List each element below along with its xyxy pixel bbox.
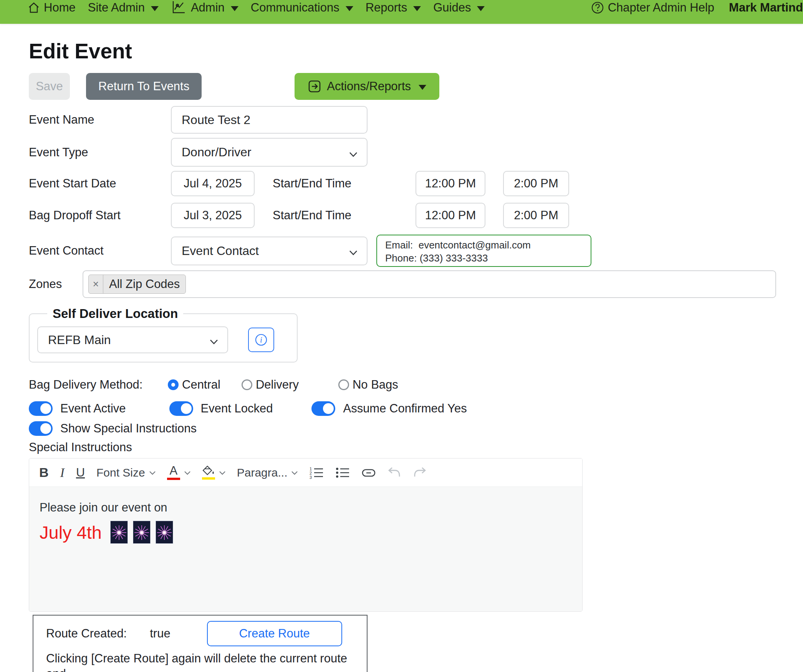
italic-button[interactable]: I [60, 465, 65, 480]
nav-admin[interactable]: Admin [171, 0, 238, 16]
event-name-input[interactable]: Route Test 2 [171, 106, 368, 134]
paragraph-format-label: Paragra... [237, 466, 288, 479]
nav-user-menu[interactable]: Mark Martind [729, 0, 803, 16]
event-start-date-input[interactable]: Jul 4, 2025 [171, 171, 255, 196]
contact-phone-value: (333) 333-3333 [420, 252, 488, 264]
toggle-show-special-instructions: Show Special Instructions [29, 421, 197, 436]
paragraph-format-dropdown[interactable]: Paragra... [237, 466, 298, 479]
editor-content-area[interactable]: Please join our event on July 4th [29, 487, 582, 611]
nav-home-label: Home [44, 0, 76, 16]
editor-red-text: July 4th [40, 522, 102, 543]
highlight-color-button[interactable] [202, 465, 225, 480]
bag-dropoff-label: Bag Dropoff Start [29, 209, 171, 222]
location-info-button[interactable]: i [248, 328, 274, 352]
route-note-line1: Clicking [Create Route] again will delet… [46, 651, 367, 672]
redo-button[interactable] [413, 467, 427, 479]
nav-site-admin-label: Site Admin [88, 0, 145, 16]
bag-dropoff-date-input[interactable]: Jul 3, 2025 [171, 203, 255, 228]
nav-communications-label: Communications [251, 0, 339, 16]
nav-guides[interactable]: Guides [433, 0, 485, 16]
nav-home[interactable]: Home [28, 0, 76, 16]
svg-text:i: i [260, 335, 262, 344]
save-button[interactable]: Save [29, 73, 70, 100]
create-route-button[interactable]: Create Route [207, 621, 342, 646]
toggles-row-2: Show Special Instructions [29, 421, 803, 436]
chevron-down-icon [291, 470, 298, 477]
bold-button[interactable]: B [39, 465, 49, 480]
remove-tag-icon[interactable]: × [89, 275, 103, 293]
nav-chapter-admin-help[interactable]: Chapter Admin Help [591, 0, 714, 16]
toggle-assume-confirmed-label: Assume Confirmed Yes [343, 402, 467, 415]
zone-tag-label: All Zip Codes [103, 275, 185, 293]
toggle-show-special-instructions-label: Show Special Instructions [60, 422, 197, 435]
nav-reports[interactable]: Reports [366, 0, 421, 16]
toggle-knob [181, 403, 192, 414]
bag-dropoff-start-time-input[interactable]: 12:00 PM [416, 203, 485, 228]
caret-down-icon [346, 6, 353, 11]
event-contact-value: Event Contact [182, 244, 259, 258]
event-contact-select[interactable]: Event Contact [171, 237, 368, 265]
event-name-row: Event Name Route Test 2 [29, 106, 803, 134]
zone-tag: × All Zip Codes [88, 275, 186, 294]
event-start-time-input[interactable]: 12:00 PM [416, 171, 485, 196]
ordered-list-button[interactable]: 1 2 3 [309, 467, 324, 479]
toggle-on-switch[interactable] [29, 421, 53, 436]
chevron-down-icon [210, 333, 218, 348]
actions-reports-label: Actions/Reports [327, 79, 411, 93]
event-type-value: Donor/Driver [182, 145, 251, 159]
self-deliver-location-legend: Self Deliver Location [47, 306, 183, 321]
special-instructions-label: Special Instructions [29, 440, 803, 454]
actions-reports-button[interactable]: Actions/Reports [295, 73, 439, 100]
toggle-on-switch[interactable] [311, 401, 335, 416]
event-type-select[interactable]: Donor/Driver [171, 138, 368, 167]
event-start-date-label: Event Start Date [29, 177, 171, 190]
bullet-list-button[interactable] [335, 467, 350, 479]
toggle-on-switch[interactable] [29, 401, 53, 416]
text-color-swatch [167, 478, 180, 480]
fireworks-emoji [133, 521, 151, 544]
editor-toolbar: B I U Font Size A [29, 458, 582, 487]
radio-unselected-icon [338, 379, 349, 390]
contact-email-value: eventcontact@gmail.com [419, 239, 531, 251]
insert-link-button[interactable] [361, 467, 376, 479]
bag-dropoff-end-time-input[interactable]: 2:00 PM [503, 203, 569, 228]
caret-down-icon [477, 6, 485, 11]
font-size-dropdown[interactable]: Font Size [96, 466, 156, 479]
question-circle-icon [591, 1, 604, 14]
self-deliver-location-select[interactable]: REFB Main [37, 326, 228, 353]
underline-button[interactable]: U [76, 465, 85, 480]
toggle-knob [323, 403, 334, 414]
event-end-time-input[interactable]: 2:00 PM [503, 171, 569, 196]
route-created-value: true [150, 627, 170, 641]
toggle-on-switch[interactable] [169, 401, 193, 416]
chevron-down-icon [149, 470, 156, 477]
contact-phone-label: Phone: [385, 252, 417, 264]
zones-multiselect[interactable]: × All Zip Codes [83, 270, 776, 298]
radio-central[interactable]: Central [168, 378, 220, 392]
radio-no-bags[interactable]: No Bags [338, 378, 398, 392]
radio-delivery[interactable]: Delivery [242, 378, 299, 392]
text-color-glyph: A [169, 465, 177, 477]
radio-unselected-icon [242, 379, 252, 390]
chevron-down-icon [219, 470, 225, 477]
chevron-down-icon [349, 244, 358, 258]
rich-text-editor: B I U Font Size A [29, 458, 583, 612]
nav-help-label: Chapter Admin Help [608, 0, 714, 16]
text-color-button[interactable]: A [167, 465, 190, 480]
nav-site-admin[interactable]: Site Admin [88, 0, 159, 16]
toggle-event-active: Event Active [29, 401, 126, 416]
chart-icon [171, 1, 187, 14]
toggle-event-active-label: Event Active [60, 402, 126, 415]
caret-down-icon [419, 85, 426, 90]
nav-admin-label: Admin [191, 0, 225, 16]
self-deliver-location-fieldset: Self Deliver Location REFB Main i [29, 306, 298, 362]
box-arrow-right-icon [308, 79, 321, 93]
nav-communications[interactable]: Communications [251, 0, 353, 16]
event-type-label: Event Type [29, 146, 171, 159]
event-name-label: Event Name [29, 113, 171, 127]
nav-reports-label: Reports [366, 0, 407, 16]
toggle-event-locked: Event Locked [169, 401, 273, 416]
undo-button[interactable] [387, 467, 401, 479]
return-to-events-button[interactable]: Return To Events [86, 73, 202, 100]
chevron-down-icon [184, 470, 190, 477]
